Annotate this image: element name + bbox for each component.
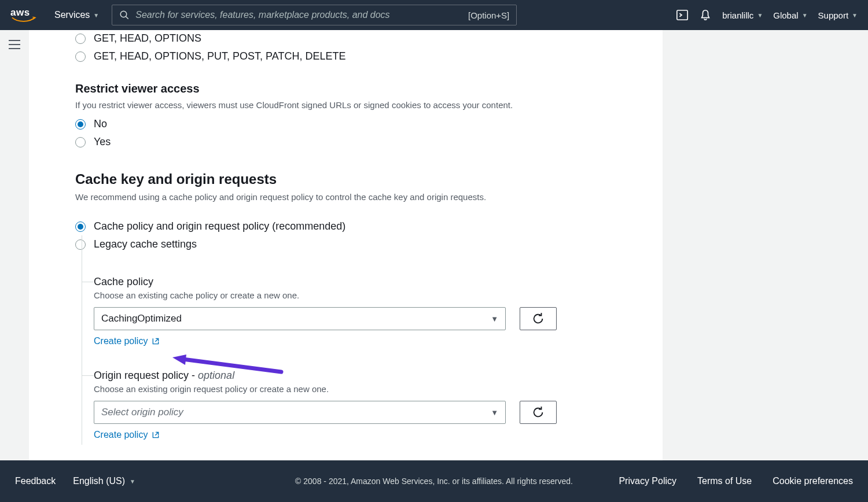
cache-policy-value: CachingOptimized (101, 313, 182, 324)
main-panel: GET, HEAD, OPTIONS GET, HEAD, OPTIONS, P… (29, 30, 663, 460)
search-input[interactable] (135, 10, 462, 20)
form-content: GET, HEAD, OPTIONS GET, HEAD, OPTIONS, P… (29, 32, 663, 457)
caret-down-icon: ▼ (802, 12, 808, 19)
aws-smile-icon (10, 17, 37, 23)
radio-icon (75, 222, 86, 232)
support-menu[interactable]: Support ▼ (818, 10, 858, 20)
origin-request-policy-field: Origin request policy - optional Choose … (94, 370, 616, 440)
cache-section-desc: We recommend using a cache policy and or… (75, 191, 616, 203)
cache-policy-label: Cache policy (94, 276, 616, 288)
svg-marker-8 (172, 355, 186, 365)
caret-down-icon: ▼ (757, 12, 763, 19)
feedback-link[interactable]: Feedback (15, 476, 56, 486)
side-panel-toggle[interactable] (8, 39, 21, 50)
topnav-right: brianlillc ▼ Global ▼ Support ▼ (676, 9, 858, 21)
search-icon (119, 10, 130, 20)
origin-policy-placeholder: Select origin policy (101, 407, 183, 418)
http-methods-option-2[interactable]: GET, HEAD, OPTIONS (75, 32, 616, 45)
console-footer: Feedback English (US) ▼ © 2008 - 2021, A… (0, 460, 868, 502)
aws-logo[interactable]: aws (10, 8, 37, 23)
restrict-no-label: No (94, 118, 107, 130)
restrict-no-option[interactable]: No (75, 118, 616, 130)
link-text: Create policy (94, 430, 148, 440)
caret-down-icon: ▼ (491, 315, 498, 323)
svg-line-1 (126, 16, 129, 19)
radio-icon (75, 51, 86, 62)
cache-mode-label: Cache policy and origin request policy (… (94, 220, 345, 232)
origin-policy-label: Origin request policy - optional (94, 370, 616, 382)
services-menu[interactable]: Services ▼ (54, 10, 99, 20)
language-label: English (US) (73, 476, 125, 486)
tree-connector (82, 375, 94, 376)
cache-policy-mode-recommended[interactable]: Cache policy and origin request policy (… (75, 220, 616, 232)
terms-link[interactable]: Terms of Use (697, 476, 752, 486)
restrict-viewer-desc: If you restrict viewer access, viewers m… (75, 99, 616, 111)
svg-point-0 (121, 11, 127, 17)
language-selector[interactable]: English (US) ▼ (73, 476, 135, 486)
cache-policy-select[interactable]: CachingOptimized ▼ (94, 307, 506, 330)
http-methods-label: GET, HEAD, OPTIONS (94, 32, 201, 45)
cookie-link[interactable]: Cookie preferences (773, 476, 853, 486)
aws-logo-text: aws (10, 8, 30, 17)
external-link-icon (151, 430, 160, 440)
origin-policy-hint: Choose an existing origin request policy… (94, 384, 616, 394)
caret-down-icon: ▼ (852, 12, 858, 19)
radio-icon (75, 34, 86, 44)
cloudshell-icon[interactable] (676, 9, 689, 21)
refresh-icon (532, 312, 545, 325)
radio-icon (75, 137, 86, 147)
region-label: Global (773, 10, 798, 20)
cache-policy-mode-legacy[interactable]: Legacy cache settings (75, 238, 616, 250)
top-nav: aws Services ▼ [Option+S] brianlillc ▼ G… (0, 0, 868, 30)
radio-icon (75, 239, 86, 250)
privacy-link[interactable]: Privacy Policy (619, 476, 676, 486)
radio-icon (75, 119, 86, 130)
account-label: brianlillc (722, 10, 753, 20)
tree-line (82, 235, 82, 445)
search-shortcut: [Option+S] (468, 10, 509, 20)
cache-policy-field: Cache policy Choose an existing cache po… (94, 276, 616, 346)
link-text: Create policy (94, 336, 148, 346)
account-menu[interactable]: brianlillc ▼ (722, 10, 763, 20)
copyright-text: © 2008 - 2021, Amazon Web Services, Inc.… (295, 477, 573, 486)
origin-policy-refresh-button[interactable] (520, 401, 557, 424)
caret-down-icon: ▼ (130, 478, 135, 485)
caret-down-icon: ▼ (491, 408, 498, 417)
restrict-yes-label: Yes (94, 136, 111, 148)
http-methods-option-3[interactable]: GET, HEAD, OPTIONS, PUT, POST, PATCH, DE… (75, 50, 616, 62)
region-menu[interactable]: Global ▼ (773, 10, 807, 20)
services-label: Services (54, 10, 90, 20)
create-origin-policy-link[interactable]: Create policy (94, 430, 160, 440)
cache-policy-refresh-button[interactable] (520, 307, 557, 330)
notifications-icon[interactable] (699, 9, 712, 21)
refresh-icon (532, 406, 545, 419)
restrict-viewer-title: Restrict viewer access (75, 82, 616, 95)
svg-line-9 (156, 432, 159, 435)
cache-policy-hint: Choose an existing cache policy or creat… (94, 290, 616, 300)
cache-section-title: Cache key and origin requests (75, 171, 616, 187)
external-link-icon (151, 337, 160, 346)
cache-mode-label: Legacy cache settings (94, 238, 197, 250)
support-label: Support (818, 10, 849, 20)
restrict-yes-option[interactable]: Yes (75, 136, 616, 148)
caret-down-icon: ▼ (93, 12, 99, 19)
global-search[interactable]: [Option+S] (112, 5, 517, 25)
tree-connector (82, 282, 94, 282)
http-methods-label: GET, HEAD, OPTIONS, PUT, POST, PATCH, DE… (94, 50, 345, 62)
svg-line-6 (156, 338, 159, 341)
create-cache-policy-link[interactable]: Create policy (94, 336, 160, 346)
origin-policy-select[interactable]: Select origin policy ▼ (94, 401, 506, 424)
